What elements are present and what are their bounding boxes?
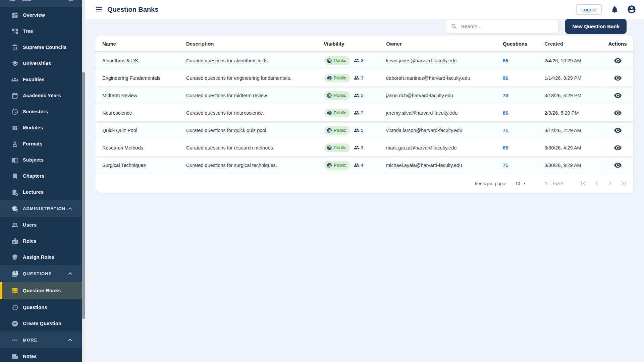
members-count-value: 5 (361, 93, 364, 98)
stack-icon (11, 287, 18, 294)
sidebar-item-questions[interactable]: Questions (0, 299, 82, 315)
table-row-research-methods: Research MethodsCurated questions for re… (96, 139, 633, 157)
tree-icon (11, 28, 18, 35)
grid-icon (11, 124, 18, 131)
questions-count-link[interactable]: 66 (503, 145, 508, 150)
questions-count-link[interactable]: 71 (503, 128, 508, 133)
shield-person-icon (11, 254, 18, 261)
view-button[interactable] (613, 108, 623, 118)
questions-count-link[interactable]: 73 (503, 93, 508, 98)
bank-owner-email: kevin.jones@harvard-faculty.edu (380, 58, 497, 63)
sidebar-item-label: Universities (23, 61, 51, 66)
sidebar-item-label: QUESTIONS (23, 271, 52, 276)
created-date: 3/14/26, 2:29 AM (538, 128, 602, 133)
created-date: 2/4/26, 10:29 AM (538, 58, 602, 63)
bank-name: Midterm Review (96, 93, 180, 98)
view-button[interactable] (613, 91, 623, 100)
sidebar-item-label: Create Question (23, 321, 61, 326)
items-per-page-select[interactable]: Items per page: 10 (475, 180, 528, 187)
members-count: 3 (354, 58, 364, 63)
view-button[interactable] (613, 56, 623, 65)
dropdown-caret-icon (521, 180, 528, 187)
previous-page-button[interactable] (592, 179, 601, 188)
members-count-value: 2 (361, 110, 364, 115)
sidebar-item-question-banks[interactable]: Question Banks (0, 282, 82, 299)
calendar-icon (11, 92, 18, 99)
school-icon (11, 60, 18, 67)
actions-cell (602, 139, 633, 156)
people-icon (354, 93, 360, 98)
view-button[interactable] (613, 161, 623, 170)
sidebar-item-supreme-councils[interactable]: Supreme Councils (0, 39, 82, 55)
table-row-midterm-review: Midterm ReviewCurated questions for midt… (96, 87, 633, 104)
sidebar-item-assign-roles[interactable]: Assign Roles (0, 249, 82, 265)
column-header-visibility: Visibility (318, 41, 380, 47)
view-button[interactable] (613, 126, 623, 135)
logout-button[interactable]: Logout (576, 4, 602, 15)
sidebar-section-questions[interactable]: QUESTIONS (0, 265, 82, 282)
questions-count-link[interactable]: 86 (503, 110, 508, 116)
menu-button[interactable] (95, 5, 103, 13)
questions-count-link[interactable]: 96 (503, 75, 508, 81)
created-date: 1/14/26, 9:29 PM (538, 75, 602, 81)
sidebar-item-faculties[interactable]: Faculties (0, 71, 82, 87)
people-icon (11, 222, 18, 229)
questions-count-link[interactable]: 85 (503, 58, 508, 63)
dashboard-icon (11, 12, 18, 19)
members-count: 3 (354, 145, 364, 150)
visibility-badge: Public (324, 74, 350, 82)
column-header-actions: Actions (602, 36, 633, 52)
globe-icon (327, 163, 332, 168)
visibility-label: Public (334, 58, 346, 63)
bank-owner-email: michael.ayala@harvard-faculty.edu (380, 163, 497, 168)
sidebar-item-overview[interactable]: Overview (0, 7, 82, 23)
book-icon (11, 157, 18, 164)
sidebar-item-formats[interactable]: Formats (0, 136, 82, 152)
visibility-label: Public (334, 75, 346, 80)
bank-name: Neuroscience (96, 110, 180, 116)
globe-icon (327, 93, 332, 98)
last-page-button[interactable] (619, 179, 628, 188)
notifications-bell-icon[interactable] (610, 5, 619, 14)
view-button[interactable] (613, 143, 623, 153)
sidebar-item-lectures[interactable]: Lectures (0, 184, 82, 200)
sidebar-item-users[interactable]: Users (0, 217, 82, 233)
chevron-up-icon (66, 270, 74, 277)
visibility-label: Public (334, 145, 346, 150)
sidebar-item-roles[interactable]: Roles (0, 233, 82, 249)
note-icon (11, 353, 18, 360)
sidebar-item-modules[interactable]: Modules (0, 120, 82, 136)
first-page-button[interactable] (579, 179, 588, 188)
table-row-quick-quiz-pool: Quick Quiz PoolCurated questions for qui… (96, 122, 633, 139)
sidebar-section-administration[interactable]: ADMINISTRATION (0, 200, 82, 217)
bank-name: Algorithms & DS (96, 58, 180, 63)
sidebar-item-label: MORE (23, 338, 37, 343)
account-avatar-icon[interactable] (627, 5, 636, 14)
view-button[interactable] (613, 73, 623, 83)
bank-owner-email: victoria.larson@harvard-faculty.edu (380, 128, 497, 133)
sidebar-scrollbar[interactable] (82, 0, 85, 362)
sidebar-item-universities[interactable]: Universities (0, 55, 82, 71)
questions-cell: 73 (497, 93, 538, 98)
sidebar-item-create-question[interactable]: Create Question (0, 315, 82, 331)
members-count: 5 (354, 127, 364, 133)
sidebar-item-tree[interactable]: Tree (0, 23, 82, 39)
sidebar-scrollbar-thumb[interactable] (82, 72, 85, 319)
page-title: Question Banks (107, 6, 158, 13)
bank-owner-email: mark.garza@harvard-faculty.edu (380, 145, 497, 150)
actions-cell (602, 69, 633, 86)
sidebar-item-notes[interactable]: Notes (0, 348, 82, 362)
sidebar-item-chapters[interactable]: Chapters (0, 168, 82, 184)
new-question-bank-button[interactable]: New Question Bank (565, 19, 627, 34)
next-page-button[interactable] (606, 179, 614, 188)
search-input[interactable] (460, 23, 553, 30)
members-count: 4 (354, 162, 364, 168)
questions-count-link[interactable]: 71 (503, 163, 508, 168)
actions-cell (602, 157, 633, 174)
sidebar-item-semesters[interactable]: Semesters (0, 104, 82, 120)
topbar: Question Banks Logout (85, 0, 644, 19)
bank-description: Curated questions for algorithms & ds. (180, 58, 318, 63)
sidebar-item-subjects[interactable]: Subjects (0, 152, 82, 168)
sidebar-item-academic-years[interactable]: Academic Years (0, 87, 82, 104)
sidebar-section-more[interactable]: MORE (0, 331, 82, 348)
